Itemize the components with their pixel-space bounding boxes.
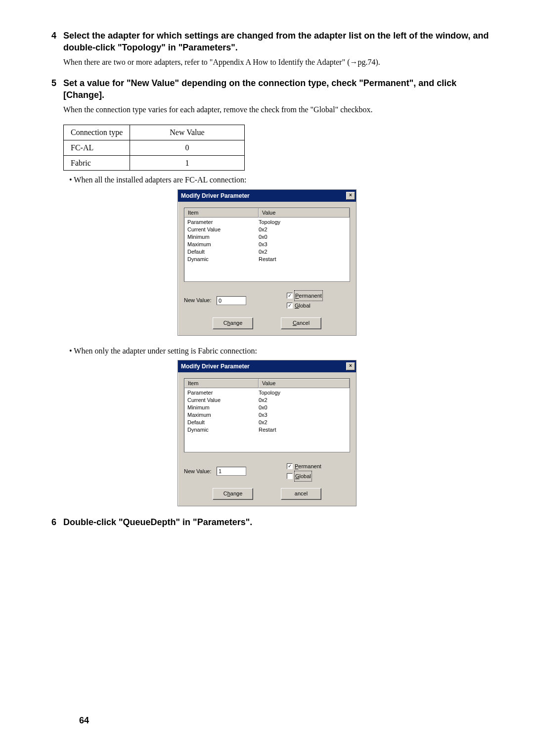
table-header-new-value: New Value (130, 125, 244, 140)
cancel-button[interactable]: ancel (281, 488, 321, 500)
step-4-title: Select the adapter for which settings ar… (63, 30, 494, 54)
global-label[interactable]: Global (295, 301, 311, 311)
dialog-titlebar: Modify Driver Parameter × (178, 190, 356, 202)
list-item: Minimum0x0 (187, 404, 350, 411)
modify-driver-parameter-dialog-2: Modify Driver Parameter × Item Value Par… (178, 360, 356, 506)
close-icon[interactable]: × (346, 192, 355, 200)
permanent-checkbox[interactable]: ✓ (287, 463, 293, 469)
global-label[interactable]: Global (295, 471, 312, 481)
listview-rows: ParameterTopology Current Value0x2 Minim… (184, 388, 350, 434)
global-checkbox[interactable]: ✓ (287, 303, 293, 309)
parameter-listview: Item Value ParameterTopology Current Val… (184, 208, 350, 282)
page-number: 64 (79, 714, 89, 726)
new-value-input[interactable] (217, 467, 246, 476)
list-item: Current Value0x2 (187, 397, 350, 404)
listview-header-value[interactable]: Value (259, 379, 350, 388)
dialog-title: Modify Driver Parameter (181, 362, 250, 370)
bullet-fabric: When only the adapter under setting is F… (69, 346, 494, 356)
new-value-label: New Value: (184, 297, 217, 304)
modify-driver-parameter-dialog-1: Modify Driver Parameter × Item Value Par… (178, 189, 356, 336)
table-row: FC-AL 0 (64, 140, 245, 155)
step-6-title: Double-click "QueueDepth" in "Parameters… (63, 516, 494, 528)
step-4-number: 4 (40, 30, 63, 42)
list-item: Maximum0x3 (187, 411, 350, 419)
step-5-title: Set a value for "New Value" depending on… (63, 77, 494, 101)
listview-header-value[interactable]: Value (259, 208, 350, 218)
list-item: ParameterTopology (187, 389, 350, 397)
list-item: DynamicRestart (187, 256, 350, 263)
list-item: DynamicRestart (187, 426, 350, 434)
parameter-listview: Item Value ParameterTopology Current Val… (184, 378, 350, 452)
listview-rows: ParameterTopology Current Value0x2 Minim… (184, 218, 350, 263)
listview-header-item[interactable]: Item (184, 208, 259, 218)
new-value-input[interactable] (217, 296, 246, 305)
step-4: 4 Select the adapter for which settings … (40, 30, 494, 67)
step-4-body: When there are two or more adapters, ref… (63, 57, 494, 68)
permanent-checkbox[interactable]: ✓ (287, 293, 293, 299)
global-checkbox[interactable] (287, 473, 293, 479)
new-value-label: New Value: (184, 468, 217, 475)
change-button[interactable]: Change (213, 488, 253, 500)
bullet-fcal: When all the installed adapters are FC-A… (69, 175, 494, 185)
step-6: 6 Double-click "QueueDepth" in "Paramete… (40, 516, 494, 528)
step-5-body: When the connection type varies for each… (63, 104, 494, 115)
permanent-label[interactable]: Permanent (295, 461, 321, 471)
change-button[interactable]: Change (213, 317, 253, 329)
list-item: Current Value0x2 (187, 226, 350, 233)
listview-header-item[interactable]: Item (184, 379, 259, 388)
list-item: Minimum0x0 (187, 233, 350, 241)
table-cell-new-value: 0 (130, 140, 244, 155)
permanent-label[interactable]: Permanent (295, 291, 322, 301)
step-5-number: 5 (40, 77, 63, 89)
table-row: Fabric 1 (64, 155, 245, 171)
list-item: Maximum0x3 (187, 241, 350, 248)
connection-type-table: Connection type New Value FC-AL 0 Fabric… (63, 125, 245, 171)
cancel-button[interactable]: Cancel (281, 317, 321, 329)
table-header-row: Connection type New Value (64, 125, 245, 140)
dialog-titlebar: Modify Driver Parameter × (178, 360, 356, 372)
table-cell-conn-type: FC-AL (64, 140, 130, 155)
table-cell-conn-type: Fabric (64, 155, 130, 171)
dialog-title: Modify Driver Parameter (181, 192, 250, 200)
list-item: Default0x2 (187, 248, 350, 256)
list-item: Default0x2 (187, 419, 350, 426)
step-6-number: 6 (40, 516, 63, 528)
step-5: 5 Set a value for "New Value" depending … (40, 77, 494, 115)
list-item: ParameterTopology (187, 219, 350, 226)
table-header-connection-type: Connection type (64, 125, 130, 140)
close-icon[interactable]: × (346, 362, 355, 370)
table-cell-new-value: 1 (130, 155, 244, 171)
